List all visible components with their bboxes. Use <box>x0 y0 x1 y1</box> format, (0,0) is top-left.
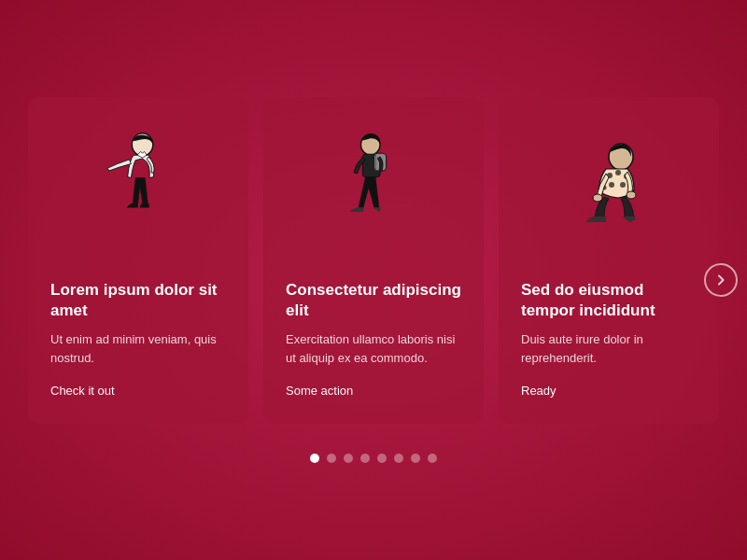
card-2: Consectetur adipiscing elit Exercitation… <box>263 97 484 424</box>
dot-4[interactable] <box>360 454 370 463</box>
card-1-title: Lorem ipsum dolor sit amet <box>50 280 226 321</box>
svg-point-10 <box>620 182 626 188</box>
card-2-body: Exercitation ullamco laboris nisi ut ali… <box>286 330 461 367</box>
dot-3[interactable] <box>344 454 353 463</box>
dot-5[interactable] <box>377 454 387 463</box>
card-3-title: Sed do eiusmod tempor incididunt <box>521 280 697 321</box>
card-1: Lorem ipsum dolor sit amet Ut enim ad mi… <box>28 97 248 424</box>
dot-6[interactable] <box>394 454 403 463</box>
dot-8[interactable] <box>428 454 437 463</box>
dot-7[interactable] <box>411 454 420 463</box>
svg-point-7 <box>615 170 621 175</box>
dot-2[interactable] <box>327 454 336 463</box>
card-3: Sed do eiusmod tempor incididunt Duis au… <box>499 97 719 424</box>
card-3-illustration <box>521 119 697 269</box>
next-arrow-button[interactable] <box>704 263 738 297</box>
card-3-body: Duis aute irure dolor in reprehenderit. <box>521 330 697 367</box>
arrow-right-icon <box>714 273 727 287</box>
card-1-body: Ut enim ad minim veniam, quis nostrud. <box>50 330 226 367</box>
slider-container: Lorem ipsum dolor sit amet Ut enim ad mi… <box>28 97 719 463</box>
card-1-link[interactable]: Check it out <box>50 384 226 398</box>
svg-point-9 <box>609 182 614 188</box>
dot-1[interactable] <box>310 454 319 463</box>
cards-row: Lorem ipsum dolor sit amet Ut enim ad mi… <box>28 97 719 424</box>
card-2-illustration <box>286 119 461 269</box>
card-1-illustration <box>50 119 226 269</box>
dots-row <box>310 454 437 463</box>
card-3-link[interactable]: Ready <box>521 384 697 398</box>
card-2-title: Consectetur adipiscing elit <box>286 280 461 321</box>
card-2-link[interactable]: Some action <box>286 384 461 398</box>
svg-point-14 <box>627 191 636 199</box>
